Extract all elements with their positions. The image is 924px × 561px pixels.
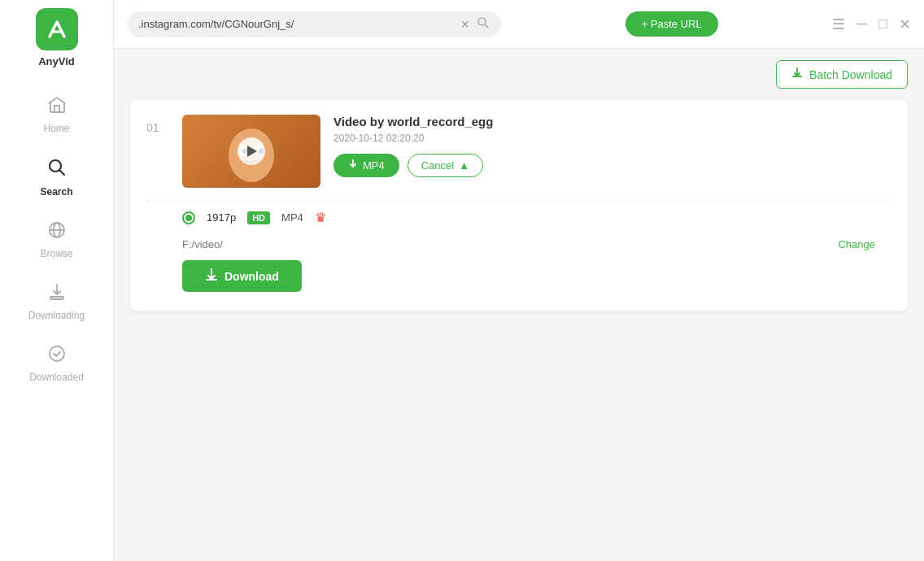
- minimize-icon[interactable]: ─: [856, 15, 867, 33]
- download-label: Download: [224, 270, 279, 283]
- quality-radio[interactable]: [182, 211, 195, 224]
- downloaded-icon: [47, 344, 67, 368]
- video-actions: MP4 Cancel ▲: [333, 154, 891, 177]
- sidebar: AnyVid Home Search Browse: [0, 0, 114, 561]
- downloading-icon: [47, 282, 67, 307]
- video-thumbnail[interactable]: [182, 115, 320, 188]
- close-icon[interactable]: ✕: [899, 15, 911, 33]
- app-name: AnyVid: [38, 55, 75, 67]
- url-search-icon[interactable]: [477, 16, 490, 33]
- quality-row: 1917p HD MP4 ♛: [146, 201, 891, 232]
- batch-section: Batch Download: [114, 49, 924, 89]
- change-path-link[interactable]: Change: [838, 238, 875, 250]
- batch-download-button[interactable]: Batch Download: [776, 60, 908, 89]
- sidebar-item-downloading[interactable]: Downloading: [0, 271, 113, 333]
- cancel-label: Cancel: [421, 159, 454, 172]
- main-content: .instagram.com/tv/CGNourGnj_s/ ✕ + Paste…: [114, 0, 924, 561]
- sidebar-item-downloaded[interactable]: Downloaded: [0, 333, 113, 394]
- video-card-header: 01: [146, 115, 891, 188]
- video-info: Video by world_record_egg 2020-10-12 02:…: [333, 115, 891, 177]
- download-button[interactable]: Download: [182, 260, 302, 292]
- window-controls: ☰ ─ □ ✕: [832, 15, 911, 33]
- home-icon: [47, 95, 67, 120]
- download-btn-row: Download: [146, 260, 891, 295]
- video-number: 01: [146, 115, 169, 134]
- video-title: Video by world_record_egg: [333, 115, 891, 128]
- search-icon: [46, 157, 68, 183]
- browse-icon: [47, 220, 67, 245]
- titlebar: .instagram.com/tv/CGNourGnj_s/ ✕ + Paste…: [114, 0, 924, 49]
- menu-icon[interactable]: ☰: [832, 15, 845, 33]
- sidebar-item-downloaded-label: Downloaded: [29, 372, 84, 383]
- sidebar-item-home[interactable]: Home: [0, 84, 113, 146]
- sidebar-item-home-label: Home: [43, 123, 69, 134]
- path-row: F:/video/ Change: [146, 232, 891, 260]
- video-date: 2020-10-12 02:20:20: [333, 133, 891, 144]
- batch-download-icon: [791, 67, 803, 81]
- svg-point-5: [478, 18, 486, 25]
- quality-label: 1917p: [207, 211, 236, 224]
- mp4-download-icon: [348, 159, 358, 172]
- chevron-up-icon: ▲: [459, 159, 469, 172]
- mp4-label: MP4: [363, 159, 385, 172]
- content-area: 01: [114, 89, 924, 561]
- url-clear-icon[interactable]: ✕: [460, 18, 470, 31]
- crown-icon: ♛: [315, 210, 326, 225]
- video-card: 01: [130, 100, 908, 311]
- path-text: F:/video/: [182, 238, 223, 250]
- svg-rect-3: [50, 297, 63, 299]
- sidebar-item-search[interactable]: Search: [0, 146, 113, 209]
- hd-badge: HD: [247, 211, 270, 224]
- sidebar-item-browse-label: Browse: [40, 248, 72, 259]
- svg-point-4: [50, 346, 64, 361]
- sidebar-item-browse[interactable]: Browse: [0, 209, 113, 271]
- logo-area: AnyVid: [36, 8, 78, 67]
- sidebar-item-downloading-label: Downloading: [28, 310, 85, 321]
- cancel-button[interactable]: Cancel ▲: [408, 154, 483, 177]
- paste-url-button[interactable]: + Paste URL: [625, 11, 718, 37]
- app-logo: [36, 8, 78, 50]
- batch-download-label: Batch Download: [809, 68, 892, 81]
- url-bar[interactable]: .instagram.com/tv/CGNourGnj_s/ ✕: [127, 11, 501, 37]
- download-icon: [205, 268, 218, 284]
- url-text: .instagram.com/tv/CGNourGnj_s/: [138, 18, 460, 30]
- format-label: MP4: [281, 211, 303, 224]
- mp4-button[interactable]: MP4: [333, 154, 399, 177]
- sidebar-item-search-label: Search: [40, 186, 72, 198]
- maximize-icon[interactable]: □: [878, 15, 887, 33]
